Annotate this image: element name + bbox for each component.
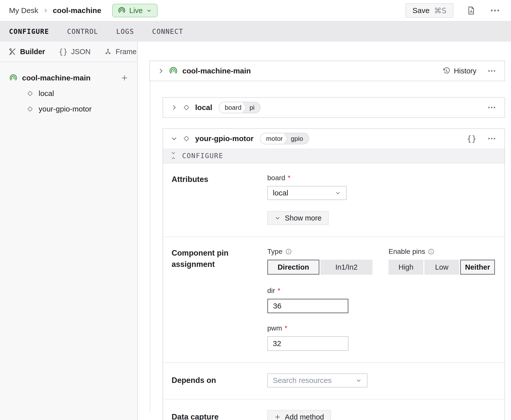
type-label: Type (267, 248, 372, 256)
show-more-button[interactable]: Show more (267, 211, 329, 225)
broadcast-icon (169, 66, 178, 75)
save-button[interactable]: Save ⌘S (406, 3, 453, 18)
add-component-icon[interactable] (121, 74, 128, 82)
type-segmented-control: Direction In1/In2 (267, 260, 372, 275)
machine-card: cool-machine-main History (149, 61, 505, 81)
ellipsis-icon (487, 69, 496, 72)
mode-frame[interactable]: Frame (104, 48, 137, 56)
tree-item-local[interactable]: local (0, 86, 137, 101)
local-card-title: local (195, 103, 212, 112)
top-bar: My Desk cool-machine Live Save ⌘S (0, 0, 511, 21)
add-method-label: Add method (285, 413, 324, 420)
required-marker: * (288, 174, 291, 182)
board-select-value: local (273, 189, 288, 197)
required-marker: * (285, 324, 287, 332)
breadcrumb-parent[interactable]: My Desk (9, 6, 38, 15)
frame-axes-icon (104, 48, 112, 56)
machine-report-button[interactable] (465, 5, 477, 16)
board-select[interactable]: local (267, 186, 347, 200)
configure-section-bar[interactable]: CONFIGURE (163, 148, 504, 163)
data-capture-heading: Data capture (172, 411, 242, 420)
tree-local-label: local (39, 89, 54, 98)
depends-on-heading: Depends on (172, 375, 242, 386)
attributes-heading: Attributes (172, 174, 242, 225)
tab-logs[interactable]: LOGS (116, 28, 134, 35)
braces-icon: {} (59, 47, 68, 56)
broadcast-icon (118, 7, 126, 15)
depends-on-placeholder: Search resources (273, 376, 332, 385)
machine-card-menu-button[interactable] (486, 68, 497, 73)
enable-pins-group: Enable pins High Low Neither (389, 248, 495, 275)
pill-divider (243, 102, 246, 113)
show-more-label: Show more (285, 214, 322, 222)
chevron-down-icon (355, 377, 362, 384)
type-group: Type Direction In1/In2 (267, 248, 372, 275)
expand-chevron-right-icon[interactable] (157, 67, 164, 74)
depends-on-select[interactable]: Search resources (267, 373, 367, 387)
component-diamond-icon (26, 89, 34, 97)
pwm-field-label: pwm * (267, 324, 497, 332)
resource-tree: cool-machine-main local your-gpio-motor (0, 62, 137, 117)
local-card-menu-button[interactable] (486, 105, 497, 110)
pill-type-label: motor (261, 133, 284, 144)
gpio-motor-card: your-gpio-motor motor gpio {} CONFIGURE (163, 128, 505, 420)
tab-configure[interactable]: CONFIGURE (9, 28, 49, 35)
component-diamond-icon (182, 103, 191, 112)
tree-motor-label: your-gpio-motor (39, 105, 92, 113)
history-button[interactable]: History (442, 67, 476, 75)
data-capture-section: Data capture Add method (163, 399, 504, 420)
mode-json[interactable]: {} JSON (59, 47, 90, 56)
pwm-pin-input[interactable] (267, 336, 348, 351)
machine-card-title: cool-machine-main (182, 67, 251, 75)
topbar-menu-button[interactable] (489, 8, 501, 13)
dir-field-label: dir * (267, 287, 497, 295)
resource-type-pill: motor gpio (260, 133, 309, 144)
chevron-down-icon (335, 190, 341, 196)
plus-icon (274, 414, 281, 420)
mode-frame-label: Frame (115, 48, 137, 56)
mode-builder-label: Builder (20, 48, 45, 56)
save-shortcut: ⌘S (434, 6, 446, 15)
ellipsis-icon (490, 9, 500, 12)
enable-option-high[interactable]: High (389, 260, 423, 275)
type-option-direction[interactable]: Direction (267, 260, 319, 275)
edit-json-button[interactable]: {} (467, 134, 476, 143)
local-board-card: local board pi (163, 97, 505, 118)
board-field-label: board * (267, 174, 497, 182)
ellipsis-icon (487, 106, 496, 109)
add-method-button[interactable]: Add method (267, 410, 331, 420)
pill-model-label: gpio (288, 133, 309, 144)
enable-option-neither[interactable]: Neither (460, 260, 495, 275)
type-option-in1in2[interactable]: In1/In2 (320, 260, 372, 275)
enable-option-low[interactable]: Low (424, 260, 459, 275)
ellipsis-icon (487, 137, 496, 140)
breadcrumb-machine-name: cool-machine (53, 6, 101, 15)
live-label: Live (129, 7, 143, 15)
collapse-chevron-down-icon[interactable] (171, 135, 178, 142)
chevron-down-icon (274, 215, 281, 221)
history-label: History (454, 67, 476, 75)
config-main: cool-machine-main History (138, 42, 511, 420)
info-icon[interactable] (285, 248, 292, 255)
pill-model-label: pi (246, 102, 260, 113)
tab-control[interactable]: CONTROL (67, 28, 98, 35)
enable-pins-label: Enable pins (389, 248, 495, 256)
expand-chevron-right-icon[interactable] (171, 104, 178, 111)
chevron-down-icon (146, 8, 152, 14)
depends-on-section: Depends on Search resources (163, 362, 504, 399)
content-area: Builder {} JSON Frame coo (0, 42, 511, 420)
live-status-button[interactable]: Live (112, 4, 158, 17)
tree-item-your-gpio-motor[interactable]: your-gpio-motor (0, 101, 137, 117)
motor-card-menu-button[interactable] (486, 136, 497, 141)
machine-tab-bar: CONFIGURE CONTROL LOGS CONNECT (0, 21, 511, 42)
tree-machine-label: cool-machine-main (22, 74, 90, 82)
tree-item-machine[interactable]: cool-machine-main (0, 70, 137, 86)
motor-card-title: your-gpio-motor (195, 134, 253, 143)
broadcast-icon (9, 74, 18, 82)
tab-connect[interactable]: CONNECT (152, 28, 183, 35)
mode-builder[interactable]: Builder (9, 48, 45, 56)
pin-assignment-heading: Component pin assignment (172, 248, 242, 351)
component-diamond-icon (26, 105, 34, 113)
dir-pin-input[interactable] (267, 299, 348, 313)
info-icon[interactable] (428, 248, 435, 255)
